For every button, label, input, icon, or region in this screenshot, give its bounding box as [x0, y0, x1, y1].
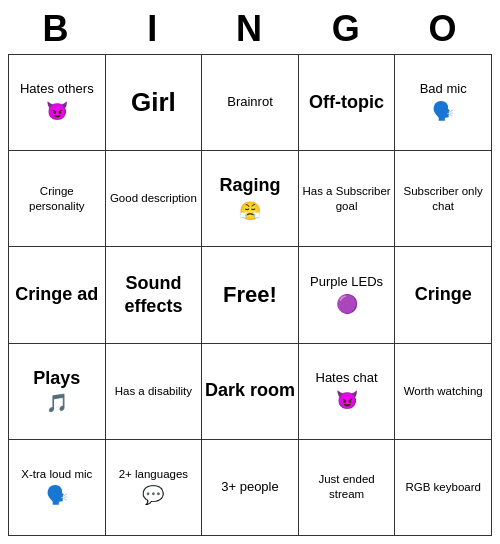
cell-4-0: X-tra loud mic🗣️ — [9, 439, 106, 535]
cell-text-4-4: RGB keyboard — [397, 480, 489, 495]
cell-text-3-3: Hates chat — [301, 370, 393, 387]
cell-3-2: Dark room — [202, 343, 299, 439]
title-i: I — [108, 8, 198, 50]
cell-0-2: Brainrot — [202, 55, 299, 151]
cell-text-1-0: Cringe personality — [11, 184, 103, 214]
cell-emoji-0-4: 🗣️ — [397, 100, 489, 123]
cell-emoji-0-0: 😈 — [11, 100, 103, 123]
bingo-title: B I N G O — [8, 8, 492, 50]
cell-3-1: Has a disability — [105, 343, 202, 439]
cell-text-2-3: Purple LEDs — [301, 274, 393, 291]
cell-emoji-3-0: 🎵 — [11, 392, 103, 415]
cell-text-3-1: Has a disability — [108, 384, 200, 399]
cell-3-0: Plays🎵 — [9, 343, 106, 439]
cell-4-2: 3+ people — [202, 439, 299, 535]
cell-1-4: Subscriber only chat — [395, 151, 492, 247]
cell-4-1: 2+ languages💬 — [105, 439, 202, 535]
cell-3-3: Hates chat😈 — [298, 343, 395, 439]
cell-text-2-4: Cringe — [397, 283, 489, 306]
cell-text-4-0: X-tra loud mic — [11, 467, 103, 482]
cell-0-0: Hates others😈 — [9, 55, 106, 151]
cell-2-2: Free! — [202, 247, 299, 343]
title-g: G — [302, 8, 392, 50]
cell-4-4: RGB keyboard — [395, 439, 492, 535]
cell-emoji-3-3: 😈 — [301, 389, 393, 412]
cell-0-1: Girl — [105, 55, 202, 151]
title-o: O — [399, 8, 489, 50]
cell-0-4: Bad mic🗣️ — [395, 55, 492, 151]
cell-text-4-3: Just ended stream — [301, 472, 393, 502]
cell-3-4: Worth watching — [395, 343, 492, 439]
cell-text-2-1: Sound effects — [108, 272, 200, 319]
cell-emoji-4-1: 💬 — [108, 484, 200, 507]
cell-emoji-1-2: 😤 — [204, 200, 296, 223]
cell-emoji-2-3: 🟣 — [301, 293, 393, 316]
cell-text-4-1: 2+ languages — [108, 467, 200, 482]
cell-0-3: Off-topic — [298, 55, 395, 151]
cell-text-0-3: Off-topic — [301, 91, 393, 114]
cell-2-0: Cringe ad — [9, 247, 106, 343]
cell-text-0-4: Bad mic — [397, 81, 489, 98]
cell-text-0-2: Brainrot — [204, 94, 296, 111]
cell-text-0-0: Hates others — [11, 81, 103, 98]
cell-1-1: Good description — [105, 151, 202, 247]
cell-1-0: Cringe personality — [9, 151, 106, 247]
title-b: B — [11, 8, 101, 50]
cell-emoji-4-0: 🗣️ — [11, 484, 103, 507]
cell-text-2-2: Free! — [204, 281, 296, 310]
cell-text-2-0: Cringe ad — [11, 283, 103, 306]
cell-text-3-0: Plays — [11, 367, 103, 390]
cell-text-1-1: Good description — [108, 191, 200, 206]
cell-text-1-4: Subscriber only chat — [397, 184, 489, 214]
cell-2-4: Cringe — [395, 247, 492, 343]
cell-text-1-3: Has a Subscriber goal — [301, 184, 393, 214]
cell-text-3-2: Dark room — [204, 379, 296, 402]
title-n: N — [205, 8, 295, 50]
cell-text-1-2: Raging — [204, 174, 296, 197]
cell-4-3: Just ended stream — [298, 439, 395, 535]
cell-1-2: Raging😤 — [202, 151, 299, 247]
cell-text-0-1: Girl — [108, 86, 200, 120]
cell-2-3: Purple LEDs🟣 — [298, 247, 395, 343]
cell-text-4-2: 3+ people — [204, 479, 296, 496]
cell-2-1: Sound effects — [105, 247, 202, 343]
cell-1-3: Has a Subscriber goal — [298, 151, 395, 247]
bingo-grid: Hates others😈GirlBrainrotOff-topicBad mi… — [8, 54, 492, 536]
cell-text-3-4: Worth watching — [397, 384, 489, 399]
